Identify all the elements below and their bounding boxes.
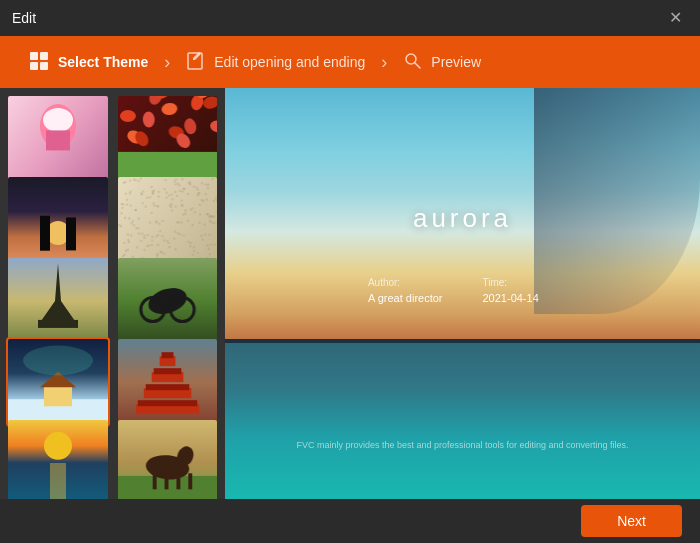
theme-icon xyxy=(28,50,50,75)
preview-search-icon xyxy=(403,51,423,74)
preview-land xyxy=(225,339,700,343)
preview-title: aurora xyxy=(413,203,512,234)
preview-meta: Author: Time: A great director 2021-04-1… xyxy=(368,277,557,304)
step-edit-opening[interactable]: Edit opening and ending xyxy=(178,47,373,78)
list-item[interactable] xyxy=(6,94,110,184)
edit-icon xyxy=(186,51,206,74)
window-title: Edit xyxy=(12,10,36,26)
preview-footer-text: FVC mainly provides the best and profess… xyxy=(296,440,628,450)
svg-rect-0 xyxy=(30,52,38,60)
preview-author-value: A great director xyxy=(368,292,443,304)
list-item[interactable] xyxy=(116,418,220,499)
svg-rect-2 xyxy=(30,62,38,70)
thumbnail-list xyxy=(0,88,225,499)
step-preview-label: Preview xyxy=(431,54,481,70)
next-button[interactable]: Next xyxy=(581,505,682,537)
preview-time-label: Time: xyxy=(483,277,558,288)
main-content: aurora Author: Time: A great director 20… xyxy=(0,88,700,499)
preview-water xyxy=(225,343,700,499)
list-item[interactable] xyxy=(6,256,110,346)
svg-rect-3 xyxy=(40,62,48,70)
bottom-bar: Next xyxy=(0,499,700,543)
steps-bar: Select Theme › Edit opening and ending ›… xyxy=(0,36,700,88)
preview-author-label: Author: xyxy=(368,277,443,288)
list-item[interactable] xyxy=(116,337,220,427)
step-separator-2: › xyxy=(381,52,387,73)
step-select-theme-label: Select Theme xyxy=(58,54,148,70)
step-edit-opening-label: Edit opening and ending xyxy=(214,54,365,70)
close-button[interactable]: ✕ xyxy=(663,8,688,28)
list-item[interactable] xyxy=(6,418,110,499)
step-preview[interactable]: Preview xyxy=(395,47,489,78)
title-bar: Edit ✕ xyxy=(0,0,700,36)
list-item[interactable] xyxy=(116,175,220,265)
preview-time-value: 2021-04-14 xyxy=(483,292,558,304)
svg-rect-1 xyxy=(40,52,48,60)
svg-rect-4 xyxy=(188,53,202,69)
step-select-theme[interactable]: Select Theme xyxy=(20,46,156,79)
preview-area: aurora Author: Time: A great director 20… xyxy=(225,88,700,499)
list-item[interactable] xyxy=(6,175,110,265)
list-item[interactable] xyxy=(6,337,110,427)
list-item[interactable] xyxy=(116,256,220,346)
preview-card: aurora Author: Time: A great director 20… xyxy=(225,88,700,499)
list-item[interactable] xyxy=(116,94,220,184)
step-separator-1: › xyxy=(164,52,170,73)
